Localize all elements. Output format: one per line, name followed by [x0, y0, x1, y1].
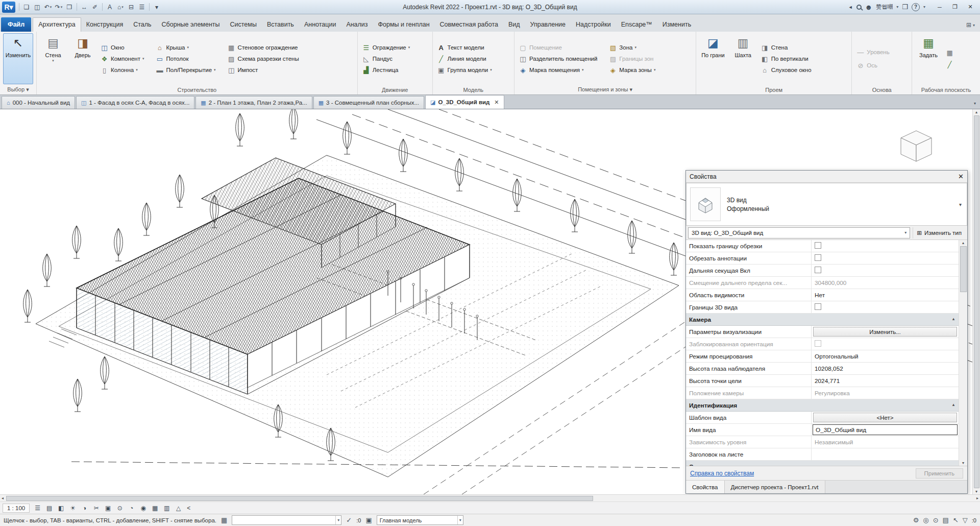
- redo-icon[interactable]: ↷▾: [54, 2, 64, 12]
- window-button[interactable]: ◫Окно: [99, 42, 146, 53]
- scrollbar-thumb[interactable]: [960, 246, 967, 292]
- view-tab-start[interactable]: ⌂000 - Начальный вид: [2, 96, 75, 109]
- tab-massing-site[interactable]: Формы и генплан: [373, 18, 435, 32]
- checkbox[interactable]: [815, 303, 821, 310]
- tab-systems[interactable]: Системы: [225, 18, 262, 32]
- property-value[interactable]: [812, 448, 959, 460]
- scroll-left-icon[interactable]: ◂: [0, 496, 5, 500]
- close-button[interactable]: ✕: [963, 2, 978, 13]
- tab-architecture[interactable]: Архитектура: [33, 17, 81, 32]
- ribbon-display-options[interactable]: ⊞▾: [962, 21, 979, 32]
- tab-insert[interactable]: Вставить: [262, 18, 299, 32]
- property-value[interactable]: 10208,052: [812, 363, 959, 374]
- minimize-button[interactable]: ─: [932, 2, 947, 13]
- editable-only-icon[interactable]: ✓: [346, 516, 352, 524]
- tab-enscape[interactable]: Enscape™: [616, 18, 657, 32]
- customize-qat-icon[interactable]: ▾: [152, 2, 162, 12]
- property-group-camera[interactable]: Камера▴: [686, 314, 959, 326]
- scrollbar-thumb[interactable]: [974, 115, 979, 488]
- thin-lines-icon[interactable]: ☰: [32, 503, 43, 513]
- set-work-plane-button[interactable]: ▦ Задать: [915, 33, 942, 84]
- select-links-icon[interactable]: ◎: [923, 516, 928, 524]
- shadows-icon[interactable]: ◑: [79, 503, 90, 513]
- ceiling-button[interactable]: ▭Потолок: [154, 53, 217, 64]
- analytical-model-icon[interactable]: △: [173, 503, 184, 513]
- tab-manage[interactable]: Управление: [525, 18, 571, 32]
- crop-view-icon[interactable]: ✂: [91, 503, 102, 513]
- door-button[interactable]: ◨ Дверь: [69, 33, 96, 84]
- scroll-right-icon[interactable]: ▸: [975, 496, 980, 500]
- sun-path-icon[interactable]: ☀: [67, 503, 78, 513]
- tab-file[interactable]: Файл: [1, 17, 31, 32]
- filter-icon[interactable]: ▽: [963, 516, 968, 524]
- close-tab-icon[interactable]: ✕: [494, 99, 499, 106]
- modify-button[interactable]: ↖ Изменить: [3, 33, 34, 84]
- text-icon[interactable]: A: [105, 2, 115, 12]
- view-tab-elevation[interactable]: ◫1 - Фасад в осях С-А, Фасад в осях...: [76, 96, 194, 109]
- help-icon[interactable]: ?: [912, 3, 920, 11]
- design-options-icon[interactable]: ▣: [365, 516, 372, 524]
- property-value[interactable]: 304800,000: [812, 277, 959, 289]
- edit-type-button[interactable]: ⊞ Изменить тип: [913, 227, 965, 238]
- floor-button[interactable]: ▬Пол/Перекрытие▾: [154, 64, 217, 76]
- temporary-hide-isolate-icon[interactable]: ◔: [126, 503, 137, 513]
- open-icon[interactable]: ❏: [21, 2, 32, 12]
- view-template-button[interactable]: <Нет>: [813, 413, 957, 422]
- print-icon[interactable]: ❒: [64, 2, 75, 12]
- model-line-button[interactable]: ╱Линия модели: [435, 53, 494, 64]
- panel-label-room-area[interactable]: Помещения и зоны ▾: [514, 85, 696, 94]
- vertical-opening-button[interactable]: ◧По вертикали: [759, 53, 813, 64]
- property-value[interactable]: 2024,771: [812, 375, 959, 387]
- collapse-icon[interactable]: ▴: [952, 317, 954, 321]
- visual-style-icon[interactable]: ◧: [56, 503, 66, 513]
- properties-header[interactable]: Свойства ✕: [686, 171, 967, 183]
- panel-label-select[interactable]: Выбор ▾: [0, 85, 36, 94]
- checkbox[interactable]: [815, 242, 821, 249]
- horizontal-scrollbar[interactable]: ◂ ▸: [0, 494, 980, 501]
- wall-button[interactable]: ▤ Стена ▾: [39, 33, 67, 84]
- section-icon[interactable]: ⊟: [126, 2, 136, 12]
- tab-analyze[interactable]: Анализ: [341, 18, 373, 32]
- model-group-button[interactable]: ▣Группа модели▾: [435, 64, 494, 76]
- checkbox[interactable]: [815, 267, 821, 273]
- collapse-view-bar-icon[interactable]: <: [185, 505, 192, 512]
- roof-button[interactable]: ⌂Крыша▾: [154, 42, 217, 53]
- view-name-input[interactable]: O_3D_Общий вид: [813, 424, 958, 435]
- room-separator-button[interactable]: ◫Разделитель помещений: [517, 53, 599, 64]
- checkbox[interactable]: [815, 254, 821, 261]
- worksharing-display-icon[interactable]: ▦: [150, 503, 160, 513]
- ref-plane-button[interactable]: ╱: [944, 60, 955, 69]
- tab-precast[interactable]: Сборные элементы: [157, 18, 225, 32]
- background-processes-icon[interactable]: ⚙: [913, 516, 919, 524]
- view-tab-plan1[interactable]: ▦2 - План 1 этажа, План 2 этажа,Ра...: [195, 96, 312, 109]
- scale-button[interactable]: 1 : 100: [3, 504, 30, 513]
- railing-button[interactable]: ☰Ограждение▾: [360, 42, 411, 53]
- tab-annotate[interactable]: Аннотации: [299, 18, 341, 32]
- help-dropdown-icon[interactable]: ▾: [923, 5, 925, 9]
- account-dropdown-icon[interactable]: ▾: [896, 5, 898, 9]
- temporary-view-properties-icon[interactable]: ▥: [161, 503, 172, 513]
- default-3d-view-icon[interactable]: ⌂▾: [115, 2, 126, 12]
- ramp-button[interactable]: ◺Пандус: [360, 53, 411, 64]
- select-pinned-icon[interactable]: ⊙: [933, 516, 939, 524]
- properties-scrollbar[interactable]: ▴ ▾: [959, 240, 967, 466]
- revit-logo-icon[interactable]: R▾: [2, 2, 15, 13]
- scroll-up-icon[interactable]: ▴: [975, 110, 977, 114]
- undo-icon[interactable]: ↶▾: [43, 2, 53, 12]
- reveal-hidden-elements-icon[interactable]: ◉: [138, 503, 149, 513]
- area-button[interactable]: ▧Зона▾: [607, 42, 657, 53]
- maximize-button[interactable]: ❐: [947, 2, 963, 13]
- property-value[interactable]: Нет: [812, 289, 959, 301]
- property-value[interactable]: Ортогональный: [812, 350, 959, 362]
- select-underlay-icon[interactable]: ▤: [943, 516, 949, 524]
- drag-on-selection-icon[interactable]: ↖: [953, 516, 959, 524]
- vertical-scrollbar[interactable]: ▴ ▾: [972, 109, 980, 494]
- curtain-system-button[interactable]: ▦Стеновое ограждение: [226, 42, 301, 53]
- tab-properties[interactable]: Свойства: [686, 481, 725, 493]
- account-name[interactable]: 赞웹嘲: [876, 3, 893, 11]
- rendering-settings-button[interactable]: Изменить...: [813, 327, 957, 337]
- stair-button[interactable]: ▟Лестница: [360, 64, 411, 76]
- shaft-button[interactable]: ▥ Шахта: [729, 33, 757, 84]
- design-options-combo[interactable]: Главная модель ▾: [377, 515, 463, 525]
- account-icon[interactable]: ☻: [865, 3, 873, 11]
